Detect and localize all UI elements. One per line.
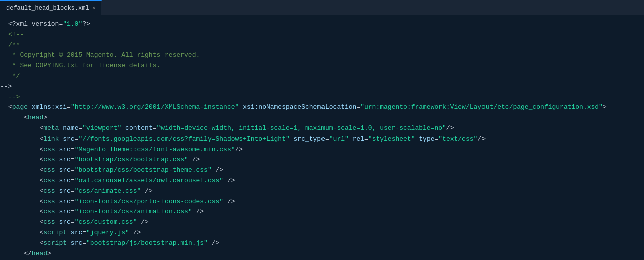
page-tag-open: <page xmlns:xsi="http://www.w3.org/2001/… xyxy=(8,102,607,113)
line-4: * Copyright © 2015 Magento. All rights r… xyxy=(0,50,644,61)
line-21: <script src="bootstrap/js/bootstrap.min.… xyxy=(0,238,644,249)
line-12: <css src="Magento_Theme::css/font-awesom… xyxy=(0,145,644,155)
line-8: <page xmlns:xsi="http://www.w3.org/2001/… xyxy=(0,102,644,113)
editor-tab[interactable]: default_head_blocks.xml × xyxy=(0,0,102,15)
line-9: <head> xyxy=(0,113,644,123)
line-10: <meta name="viewport" content="width=dev… xyxy=(0,123,644,134)
line-7: --> xyxy=(0,92,644,103)
line-20: <script src="jquery.js" /> xyxy=(0,228,644,238)
link-fonts: <link src="//fonts.googleapis.com/css?fa… xyxy=(8,134,486,145)
css-porto-icons: <css src="icon-fonts/css/porto-icons-cod… xyxy=(8,197,235,207)
line-19: <css src="css/custom.css" /> xyxy=(0,217,644,228)
line-13: <css src="bootstrap/css/bootstrap.css" /… xyxy=(0,155,644,165)
comment-copyright: * Copyright © 2015 Magento. All rights r… xyxy=(8,50,200,61)
line-17: <css src="icon-fonts/css/porto-icons-cod… xyxy=(0,197,644,207)
line-5: * See COPYING.txt for license details. xyxy=(0,61,644,71)
line-2: <!-- xyxy=(0,30,644,40)
comment-open: <!-- xyxy=(8,30,24,40)
script-jquery: <script src="jquery.js" /> xyxy=(8,228,141,238)
comment-copying: * See COPYING.txt for license details. xyxy=(8,61,160,71)
comment-jsdoc: /** xyxy=(8,40,20,51)
css-custom: <css src="css/custom.css" /> xyxy=(8,217,149,228)
xml-decl: <?xml version="1.0"?> xyxy=(8,19,90,30)
css-animation: <css src="icon-fonts/css/animation.css" … xyxy=(8,207,204,217)
head-open: <head> xyxy=(8,113,47,123)
line-22: </head> xyxy=(0,249,644,259)
line-18: <css src="icon-fonts/css/animation.css" … xyxy=(0,207,644,217)
css-owl-carousel: <css src="owl.carousel/assets/owl.carous… xyxy=(8,176,235,186)
script-bootstrap: <script src="bootstrap/js/bootstrap.min.… xyxy=(8,238,219,249)
line-15: <css src="owl.carousel/assets/owl.carous… xyxy=(0,176,644,186)
line-6: */ xyxy=(0,71,644,82)
tab-close-icon[interactable]: × xyxy=(92,5,96,11)
line-1: <?xml version="1.0"?> xyxy=(0,19,644,30)
tab-bar: default_head_blocks.xml × xyxy=(0,0,644,15)
css-font-awesome: <css src="Magento_Theme::css/font-awesom… xyxy=(8,145,243,155)
css-animate: <css src="css/animate.css" /> xyxy=(8,186,153,197)
head-close: </head> xyxy=(8,249,51,259)
line-16: <css src="css/animate.css" /> xyxy=(0,186,644,197)
comment-close: --> xyxy=(8,92,20,103)
css-bootstrap-theme: <css src="bootstrap/css/bootstrap-theme.… xyxy=(8,165,223,176)
comment-jsdoc-close: */ xyxy=(8,71,20,82)
meta-viewport: <meta name="viewport" content="width=dev… xyxy=(8,123,454,134)
editor-area: <?xml version="1.0"?> <!-- /** * Copyrig… xyxy=(0,15,644,260)
tab-filename: default_head_blocks.xml xyxy=(6,5,89,12)
line-3: /** xyxy=(0,40,644,51)
line-14: <css src="bootstrap/css/bootstrap-theme.… xyxy=(0,165,644,176)
line-11: <link src="//fonts.googleapis.com/css?fa… xyxy=(0,134,644,145)
css-bootstrap: <css src="bootstrap/css/bootstrap.css" /… xyxy=(8,155,200,165)
